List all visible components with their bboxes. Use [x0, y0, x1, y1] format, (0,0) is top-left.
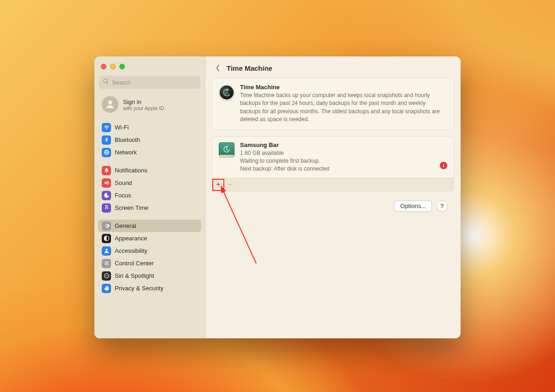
sliders-icon [102, 259, 111, 268]
speaker-icon [102, 178, 111, 188]
backup-disk-icon [219, 142, 234, 156]
sidebar-item-bluetooth[interactable]: Bluetooth [98, 134, 201, 146]
time-machine-info-panel: Time Machine Time Machine backs up your … [212, 78, 454, 130]
add-disk-button[interactable]: + [212, 178, 224, 191]
page-title: Time Machine [227, 64, 272, 72]
sidebar-item-sound[interactable]: Sound [98, 177, 201, 189]
sidebar-item-focus[interactable]: Focus [98, 189, 201, 202]
sidebar-item-label: Sound [115, 179, 132, 186]
hand-icon [102, 284, 111, 293]
sidebar-item-label: Network [115, 149, 137, 156]
info-panel-desc: Time Machine backs up your computer and … [240, 92, 447, 124]
sidebar-item-control-center[interactable]: Control Center [98, 257, 201, 270]
close-button[interactable] [101, 64, 106, 69]
sidebar-item-label: General [115, 222, 136, 229]
disk-status: Waiting to complete first backup. [240, 157, 447, 165]
sidebar-item-label: Siri & Spotlight [115, 272, 154, 279]
sidebar-item-appearance[interactable]: Appearance [98, 232, 201, 245]
window-controls [94, 62, 205, 76]
help-button[interactable]: ? [437, 201, 448, 212]
signin-title: Sign in [123, 98, 164, 105]
person-icon [102, 246, 111, 256]
sidebar-item-label: Privacy & Security [115, 285, 163, 292]
sidebar-item-wi-fi[interactable]: Wi-Fi [98, 121, 201, 134]
search-field[interactable] [99, 76, 200, 89]
sidebar-item-label: Wi-Fi [115, 124, 129, 131]
bluetooth-icon [102, 135, 111, 145]
sidebar: Sign in with your Apple ID Wi-FiBluetoot… [94, 56, 205, 338]
contrast-icon [102, 234, 111, 243]
globe-icon [102, 148, 111, 157]
search-input[interactable] [112, 79, 197, 86]
remove-disk-button[interactable]: − [224, 178, 236, 191]
add-remove-bar: + − [212, 178, 454, 191]
hourglass-icon [102, 203, 111, 213]
disk-available: 1.60 GB available [240, 149, 447, 157]
info-panel-title: Time Machine [240, 84, 447, 91]
apple-id-signin[interactable]: Sign in with your Apple ID [94, 92, 205, 119]
search-icon [103, 78, 109, 86]
wifi-icon [102, 123, 111, 132]
svg-point-1 [107, 262, 108, 263]
disk-name: Samsung Bar [240, 141, 447, 148]
sidebar-item-notifications[interactable]: Notifications [98, 164, 201, 177]
back-button[interactable] [214, 64, 222, 72]
sidebar-item-label: Control Center [115, 260, 154, 267]
sidebar-item-network[interactable]: Network [98, 146, 201, 159]
content-header: Time Machine [205, 56, 461, 78]
footer-controls: Options... ? [212, 198, 454, 212]
siri-icon [102, 271, 111, 281]
sidebar-item-screen-time[interactable]: Screen Time [98, 202, 201, 214]
disk-next-backup: Next backup: After disk is connected [240, 165, 447, 173]
gear-icon [102, 221, 111, 231]
avatar-icon [102, 96, 118, 113]
sidebar-item-siri-spotlight[interactable]: Siri & Spotlight [98, 270, 201, 282]
sidebar-nav: Wi-FiBluetoothNetworkNotificationsSoundF… [94, 119, 205, 294]
main-content: Time Machine Time Machine Time Machine b… [205, 56, 461, 338]
sidebar-item-general[interactable]: General [98, 220, 201, 232]
sidebar-item-label: Screen Time [115, 204, 148, 211]
sidebar-item-label: Notifications [115, 167, 148, 174]
sidebar-item-privacy-security[interactable]: Privacy & Security [98, 282, 201, 294]
time-machine-icon [219, 85, 234, 100]
bell-icon [102, 166, 111, 175]
sidebar-item-accessibility[interactable]: Accessibility [98, 245, 201, 257]
svg-point-2 [105, 263, 106, 263]
backup-disk-panel: Samsung Bar 1.60 GB available Waiting to… [212, 136, 454, 191]
signin-subtitle: with your Apple ID [123, 105, 164, 111]
svg-point-3 [107, 264, 108, 265]
sidebar-item-label: Focus [115, 192, 131, 199]
minimize-button[interactable] [110, 64, 116, 69]
sidebar-item-label: Bluetooth [115, 136, 140, 143]
warning-badge[interactable]: i [440, 162, 447, 169]
options-button[interactable]: Options... [394, 201, 432, 212]
system-settings-window: Sign in with your Apple ID Wi-FiBluetoot… [94, 56, 461, 338]
sidebar-item-label: Accessibility [115, 247, 148, 254]
fullscreen-button[interactable] [119, 64, 125, 69]
sidebar-item-label: Appearance [115, 235, 147, 242]
desktop-wallpaper: Sign in with your Apple ID Wi-FiBluetoot… [0, 0, 555, 392]
moon-icon [102, 191, 111, 200]
